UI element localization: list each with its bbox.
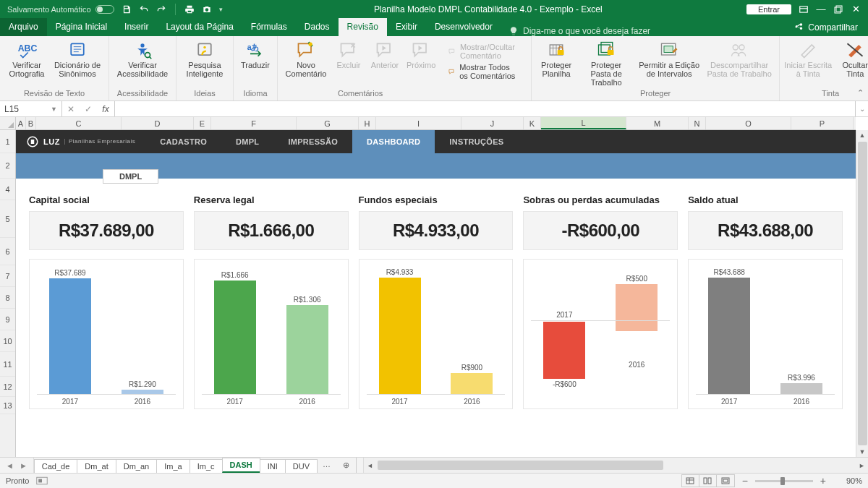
scroll-thumb[interactable]	[378, 461, 664, 470]
view-page-break-icon[interactable]	[717, 475, 734, 487]
new-sheet-icon[interactable]: ⊕	[336, 458, 356, 473]
dash-nav-dashboard[interactable]: DASHBOARD	[352, 130, 435, 153]
scroll-up-icon[interactable]: ▲	[859, 130, 866, 140]
sheet-tab[interactable]: Cad_de	[34, 459, 78, 473]
tab-home[interactable]: Página Inicial	[47, 18, 116, 36]
close-icon[interactable]: ✕	[851, 4, 861, 14]
row-header[interactable]: 7	[0, 265, 15, 287]
thesaurus-button[interactable]: Dicionário de Sinônimos	[51, 39, 104, 80]
tab-nav-prev-icon[interactable]: ◄	[6, 461, 14, 470]
new-comment-button[interactable]: Novo Comentário	[282, 39, 330, 80]
save-icon[interactable]	[122, 4, 132, 14]
tab-insert[interactable]: Inserir	[116, 18, 157, 36]
spelling-button[interactable]: ABC Verificar Ortografia	[4, 39, 49, 80]
sheet-tab[interactable]: DASH	[222, 458, 260, 473]
dash-nav-impressao[interactable]: IMPRESSÃO	[273, 130, 352, 153]
tab-nav-arrows[interactable]: ◄ ►	[0, 458, 34, 473]
sheet-tab[interactable]: Dm_an	[116, 459, 157, 473]
smart-lookup-button[interactable]: Pesquisa Inteligente	[181, 39, 229, 80]
col-header[interactable]: O	[706, 117, 791, 129]
col-header[interactable]: D	[122, 117, 194, 129]
col-header[interactable]: P	[791, 117, 854, 129]
col-header[interactable]: C	[36, 117, 122, 129]
horizontal-scrollbar[interactable]: ◄ ►	[363, 458, 868, 473]
share-button[interactable]: Compartilhar	[783, 19, 868, 36]
undo-icon[interactable]	[139, 4, 149, 14]
sheet-tab[interactable]: Im_a	[156, 459, 190, 473]
tell-me-search[interactable]: Diga-me o que você deseja fazer	[501, 26, 783, 36]
select-all-corner[interactable]	[0, 117, 16, 129]
row-header[interactable]: 5	[0, 200, 15, 238]
scroll-left-icon[interactable]: ◄	[364, 462, 376, 469]
dash-nav-instrucoes[interactable]: INSTRUÇÕES	[435, 130, 518, 153]
view-normal-icon[interactable]	[682, 475, 699, 487]
sign-in-button[interactable]: Entrar	[746, 4, 791, 14]
vertical-scrollbar[interactable]: ▲ ▼	[856, 130, 868, 457]
maximize-icon[interactable]	[833, 4, 843, 14]
sheet-tab[interactable]: Dm_at	[77, 459, 116, 473]
zoom-level[interactable]: 90%	[833, 476, 862, 485]
col-header[interactable]: K	[524, 117, 541, 129]
macro-record-icon[interactable]	[36, 476, 48, 485]
view-page-layout-icon[interactable]	[699, 475, 717, 487]
tab-review[interactable]: Revisão	[339, 18, 387, 36]
col-header[interactable]: E	[194, 117, 211, 129]
row-header[interactable]: 9	[0, 309, 15, 330]
row-header[interactable]: 1	[0, 130, 15, 153]
row-header[interactable]: 8	[0, 287, 15, 309]
col-header[interactable]: L	[541, 117, 626, 129]
tabs-more-icon[interactable]: …	[317, 458, 336, 473]
row-header[interactable]: 12	[0, 377, 15, 397]
tab-layout[interactable]: Layout da Página	[157, 18, 242, 36]
tab-formulas[interactable]: Fórmulas	[242, 18, 296, 36]
autosave-toggle[interactable]: Salvamento Automático	[7, 5, 114, 14]
collapse-ribbon-icon[interactable]: ⌃	[857, 88, 864, 98]
fx-icon[interactable]: fx	[97, 104, 114, 114]
col-header[interactable]: I	[376, 117, 461, 129]
camera-icon[interactable]	[202, 4, 212, 14]
formula-input[interactable]	[115, 101, 855, 116]
row-header[interactable]: 13	[0, 397, 15, 414]
allow-edit-ranges-button[interactable]: Permitir a Edição de Intervalos	[636, 39, 702, 88]
col-header[interactable]: H	[359, 117, 376, 129]
grid-body[interactable]: LUZ Planilhas Empresariais CADASTRO DMPL…	[16, 130, 856, 457]
print-icon[interactable]	[184, 4, 195, 14]
tab-view[interactable]: Exibir	[387, 18, 426, 36]
scroll-right-icon[interactable]: ►	[856, 462, 868, 469]
tab-nav-next-icon[interactable]: ►	[20, 461, 27, 470]
minimize-icon[interactable]: —	[816, 4, 826, 14]
col-header[interactable]: B	[26, 117, 36, 129]
dash-nav-dmpl[interactable]: DMPL	[221, 130, 273, 153]
col-header[interactable]: G	[297, 117, 359, 129]
tab-data[interactable]: Dados	[296, 18, 339, 36]
col-header[interactable]: J	[461, 117, 524, 129]
show-all-comments-button[interactable]: Mostrar Todos os Comentários	[446, 62, 522, 81]
name-box[interactable]: L15 ▼	[0, 101, 62, 116]
hide-ink-button[interactable]: Ocultar Tinta	[833, 39, 868, 80]
col-header[interactable]: N	[689, 117, 706, 129]
row-header[interactable]: 10	[0, 330, 15, 352]
expand-formula-bar-icon[interactable]: ⌄	[855, 101, 868, 116]
sheet-tab[interactable]: Im_c	[190, 459, 223, 473]
col-header[interactable]: A	[16, 117, 26, 129]
protect-sheet-button[interactable]: Proteger Planilha	[536, 39, 576, 88]
translate-button[interactable]: aあ Traduzir	[238, 39, 273, 71]
zoom-slider[interactable]	[755, 480, 813, 482]
sheet-tab[interactable]: INI	[260, 459, 286, 473]
qat-dropdown-icon[interactable]: ▾	[219, 6, 223, 13]
protect-workbook-button[interactable]: Proteger Pasta de Trabalho	[578, 39, 634, 88]
row-header[interactable]: 4	[0, 179, 15, 200]
dash-nav-cadastro[interactable]: CADASTRO	[145, 130, 221, 153]
accessibility-button[interactable]: Verificar Acessibilidade	[114, 39, 171, 80]
zoom-out-icon[interactable]: −	[742, 475, 748, 487]
dropdown-icon[interactable]: ▼	[51, 106, 57, 113]
ribbon-mode-icon[interactable]	[799, 4, 809, 14]
col-header[interactable]: F	[211, 117, 297, 129]
scroll-thumb[interactable]	[858, 142, 867, 445]
scroll-down-icon[interactable]: ▼	[859, 447, 866, 457]
tab-developer[interactable]: Desenvolvedor	[426, 18, 501, 36]
dmpl-chip[interactable]: DMPL	[103, 169, 158, 184]
row-header[interactable]: 11	[0, 352, 15, 377]
redo-icon[interactable]	[156, 4, 166, 14]
zoom-in-icon[interactable]: +	[820, 475, 826, 487]
